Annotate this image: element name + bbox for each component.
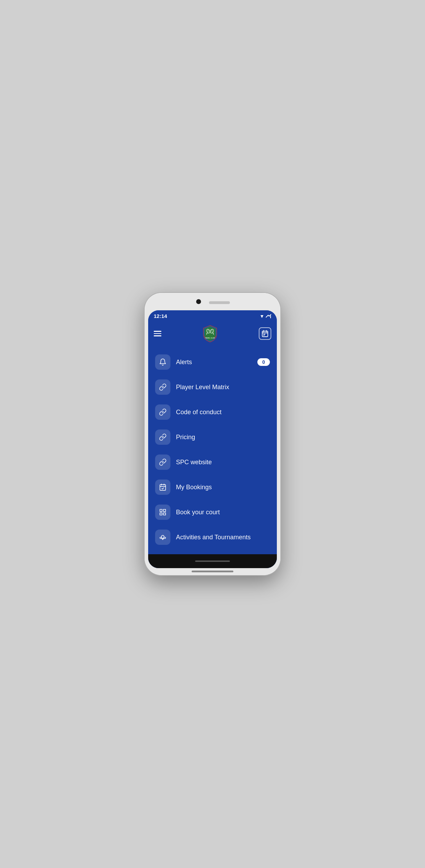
svg-text:PADEL CLUB: PADEL CLUB	[205, 337, 215, 339]
alerts-label: Alerts	[176, 359, 252, 366]
player-level-matrix-icon-wrap	[155, 379, 170, 395]
svg-rect-22	[160, 513, 162, 515]
app-header: PADEL CLUB	[148, 322, 277, 347]
calendar-button[interactable]	[259, 327, 271, 340]
link-icon-3	[159, 433, 167, 441]
bell-icon	[159, 358, 167, 366]
link-icon-4	[159, 458, 167, 466]
spc-website-icon-wrap	[155, 455, 170, 470]
grid-icon	[159, 508, 167, 516]
menu-item-pricing[interactable]: Pricing	[148, 425, 277, 450]
phone-speaker	[209, 301, 230, 304]
my-bookings-label: My Bookings	[176, 484, 270, 491]
menu-item-book-your-court[interactable]: Book your court	[148, 500, 277, 525]
wifi-icon: ▼	[259, 313, 264, 319]
logo-container: PADEL CLUB	[201, 325, 219, 343]
menu-container: Alerts 0 Player Level Matrix	[148, 347, 277, 568]
svg-rect-20	[160, 509, 162, 511]
menu-item-my-bookings[interactable]: My Bookings	[148, 475, 277, 500]
menu-item-activities-tournaments[interactable]: Activities and Tournaments	[148, 525, 277, 550]
alerts-badge: 0	[257, 358, 270, 366]
home-indicator	[195, 560, 230, 562]
status-icons: ▼	[259, 313, 271, 319]
pricing-label: Pricing	[176, 434, 270, 441]
menu-item-alerts[interactable]: Alerts 0	[148, 350, 277, 375]
menu-item-spc-website[interactable]: SPC website	[148, 450, 277, 475]
my-bookings-icon-wrap	[155, 480, 170, 495]
alerts-icon-wrap	[155, 354, 170, 370]
status-bar: 12:14 ▼	[148, 310, 277, 322]
activities-tournaments-label: Activities and Tournaments	[176, 534, 270, 541]
link-icon	[159, 383, 167, 391]
status-time: 12:14	[154, 313, 167, 319]
signal-icon	[266, 314, 271, 319]
calendar-icon	[262, 330, 268, 337]
hamburger-button[interactable]	[154, 331, 161, 336]
book-your-court-label: Book your court	[176, 509, 270, 516]
activities-tournaments-icon-wrap	[155, 530, 170, 545]
phone-bottom-bar	[148, 554, 277, 568]
code-of-conduct-label: Code of conduct	[176, 409, 270, 416]
phone-frame: 12:14 ▼	[145, 293, 280, 575]
heart-handshake-icon	[159, 533, 167, 541]
svg-rect-21	[163, 509, 166, 511]
home-indicator-bar	[192, 571, 233, 572]
menu-item-player-level-matrix[interactable]: Player Level Matrix	[148, 375, 277, 400]
svg-rect-10	[262, 331, 268, 337]
spc-website-label: SPC website	[176, 459, 270, 466]
book-your-court-icon-wrap	[155, 505, 170, 520]
app-logo: PADEL CLUB	[201, 325, 219, 343]
pricing-icon-wrap	[155, 429, 170, 445]
calendar-check-icon	[159, 483, 167, 491]
menu-item-code-of-conduct[interactable]: Code of conduct	[148, 400, 277, 425]
phone-camera	[196, 299, 201, 304]
svg-rect-23	[163, 513, 166, 515]
code-of-conduct-icon-wrap	[155, 404, 170, 420]
player-level-matrix-label: Player Level Matrix	[176, 384, 270, 391]
link-icon-2	[159, 408, 167, 416]
phone-screen: 12:14 ▼	[148, 310, 277, 568]
svg-rect-16	[160, 485, 166, 491]
